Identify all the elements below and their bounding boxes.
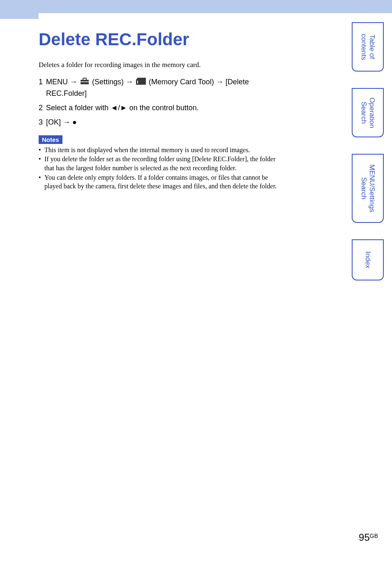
arrow-icon: → [70, 78, 77, 86]
page-suffix: GB [370, 533, 378, 539]
tab-menu-settings-search[interactable]: MENU/SettingsSearch [352, 154, 384, 223]
step-body: [OK] → ● [46, 117, 279, 128]
notes-list: This item is not displayed when the inte… [39, 146, 279, 191]
step1-menu: MENU [46, 78, 70, 86]
step1-settings: (Settings) [90, 78, 126, 86]
center-dot-icon: ● [70, 118, 77, 126]
step-number: 2 [39, 102, 46, 114]
page-number: 95GB [359, 532, 378, 543]
note-item: This item is not displayed when the inte… [39, 146, 279, 155]
arrow-icon: → [216, 78, 224, 86]
settings-toolbox-icon [80, 77, 89, 88]
arrow-icon: → [63, 118, 70, 126]
intro-text: Deletes a folder for recording images in… [39, 61, 279, 69]
svg-rect-2 [81, 81, 89, 82]
page-title: Delete REC.Folder [39, 30, 279, 49]
step-1: 1 MENU → (Settings) → (Memory Card Tool) [39, 76, 279, 99]
note-item: You can delete only empty folders. If a … [39, 173, 279, 191]
step-body: Select a folder with ◄/► on the control … [46, 102, 279, 114]
step-body: MENU → (Settings) → (Memory Card Tool) →… [46, 76, 279, 99]
tab-label: Table ofcontents [360, 34, 376, 60]
note-item: If you delete the folder set as the reco… [39, 155, 279, 172]
memory-card-icon [136, 77, 146, 88]
tab-index[interactable]: Index [352, 239, 384, 280]
svg-rect-3 [137, 81, 138, 83]
tab-label: MENU/SettingsSearch [360, 164, 376, 212]
step2-after: on the control button. [127, 104, 199, 112]
step1-memcard: (Memory Card Tool) [147, 78, 216, 86]
tab-label: Index [364, 251, 372, 269]
step-3: 3 [OK] → ● [39, 117, 279, 128]
tab-operation-search[interactable]: OperationSearch [352, 88, 384, 137]
right-arrow-icon: ► [120, 104, 127, 112]
step2-before: Select a folder with [46, 104, 111, 112]
left-arrow-icon: ◄ [111, 104, 118, 112]
arrow-icon: → [126, 78, 133, 86]
steps-list: 1 MENU → (Settings) → (Memory Card Tool) [39, 76, 279, 128]
step3-before: [OK] [46, 118, 63, 126]
tab-table-of-contents[interactable]: Table ofcontents [352, 22, 384, 72]
page-num-value: 95 [359, 532, 370, 543]
step-number: 1 [39, 76, 46, 99]
notes-label: Notes [39, 135, 62, 144]
svg-rect-1 [83, 78, 86, 80]
step-number: 3 [39, 117, 46, 128]
step-2: 2 Select a folder with ◄/► on the contro… [39, 102, 279, 114]
header-notch [0, 0, 39, 19]
side-tabs: Table ofcontents OperationSearch MENU/Se… [352, 22, 384, 297]
tab-label: OperationSearch [360, 97, 376, 128]
header-bar [0, 0, 392, 13]
